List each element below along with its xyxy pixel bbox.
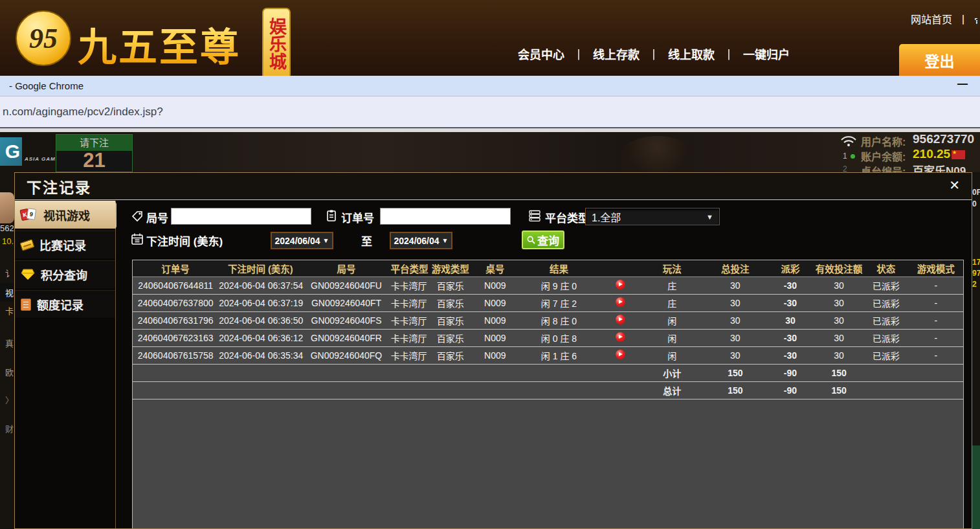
table-no: N009 xyxy=(473,294,517,311)
bet-time-label: 下注时间 (美东) xyxy=(146,232,223,249)
date-to-value: 2024/06/04 xyxy=(394,236,440,246)
sidebar-item-quota-records[interactable]: 额度记录 xyxy=(15,290,115,318)
close-icon[interactable]: ✕ xyxy=(949,177,960,193)
user-info-panel: 1 2 用户名称: 956273770 账户余额: 210.25 ★ 桌台编号:… xyxy=(836,132,980,172)
order-no-label: 订单号 xyxy=(341,209,374,225)
dialog-titlebar: 下注记录 ✕ xyxy=(15,173,972,200)
clipped-text-fragment: 财 xyxy=(0,422,14,434)
bet-record-row: 2406040676231632024-06-04 06:36:12GN0092… xyxy=(133,329,963,346)
nav-one-key-transfer[interactable]: 一键归户 xyxy=(743,45,790,62)
minimize-icon[interactable]: — xyxy=(954,78,971,93)
platform-type-select[interactable]: 1.全部 ▼ xyxy=(585,208,720,225)
col-play-type: 玩法 xyxy=(640,260,704,276)
total-bet: 30 xyxy=(704,329,766,346)
sidebar-item-video-games[interactable]: K 9 视讯游戏 xyxy=(15,201,115,229)
order-no-input[interactable] xyxy=(380,208,511,225)
bet-record-row: 2406040676448112024-06-04 06:37:54GN0092… xyxy=(133,276,963,294)
replay-cell xyxy=(601,346,640,364)
bet-time: 2024-06-04 06:37:54 xyxy=(218,276,302,294)
game-type: 百家乐 xyxy=(428,346,473,364)
status: 已派彩 xyxy=(863,329,909,346)
col-payout: 派彩 xyxy=(766,260,814,276)
search-button[interactable]: 查询 xyxy=(522,231,564,249)
empty-cell xyxy=(601,381,640,399)
play-icon[interactable] xyxy=(616,332,625,342)
round-no-input[interactable] xyxy=(171,208,311,225)
queue-number-2: 2 xyxy=(843,164,847,172)
sidebar-item-label: 视讯游戏 xyxy=(43,207,90,223)
empty-cell xyxy=(390,364,428,381)
valid-bet: 30 xyxy=(815,276,863,294)
result: 闲 9 庄 0 xyxy=(517,276,601,294)
play-icon[interactable] xyxy=(616,297,625,307)
empty-cell xyxy=(473,381,517,399)
order-no: 240604067644811 xyxy=(133,276,218,294)
total-payout: -90 xyxy=(766,381,814,399)
replay-cell xyxy=(601,329,640,346)
site-header: 95 九五至尊 娱乐城 网站首页 丨 官 会员中心 丨 线上存款 丨 线上取款 … xyxy=(0,0,980,76)
play-icon[interactable] xyxy=(616,315,625,324)
total-bet: 30 xyxy=(704,294,766,311)
payout: -30 xyxy=(766,276,814,294)
sidebar-item-match-records[interactable]: 比赛记录 xyxy=(15,231,115,258)
sidebar-item-label: 积分查询 xyxy=(41,266,87,283)
result: 闲 7 庄 2 xyxy=(517,294,601,311)
empty-cell xyxy=(390,381,428,399)
empty-cell xyxy=(909,381,963,399)
game-type: 百家乐 xyxy=(428,311,473,329)
nav-member-center[interactable]: 会员中心 xyxy=(518,45,564,62)
sidebar-item-points-query[interactable]: 积分查询 xyxy=(15,260,115,288)
cards-icon: K 9 xyxy=(21,207,38,223)
round-no: GN009246040FU xyxy=(302,276,390,294)
clipped-text-fragment: 讠 xyxy=(0,267,14,279)
bet-record-row: 2406040676317962024-06-04 06:36:50GN0092… xyxy=(133,311,963,329)
date-from-picker[interactable]: 2024/06/04 ▼ xyxy=(271,232,333,249)
round-no: GN009246040FT xyxy=(302,294,390,311)
records-table: 订单号 下注时间 (美东) 局号 平台类型 游戏类型 桌号 结果 玩法 总投注 … xyxy=(133,260,963,400)
dealer-silhouette xyxy=(621,136,693,172)
total-valid: 150 xyxy=(815,364,863,381)
order-no: 240604067615758 xyxy=(133,346,218,364)
bet-records-dialog: 下注记录 ✕ K 9 视讯游戏 比赛记录 xyxy=(14,172,972,529)
bet-side: 闲 xyxy=(640,311,704,329)
col-order-no: 订单号 xyxy=(133,260,218,276)
status: 已派彩 xyxy=(863,294,909,311)
empty-cell xyxy=(428,364,473,381)
nav-separator: 丨 xyxy=(648,45,660,62)
col-status: 状态 xyxy=(863,260,909,276)
screen: 95 九五至尊 娱乐城 网站首页 丨 官 会员中心 丨 线上存款 丨 线上取款 … xyxy=(0,0,980,529)
total-label: 小计 xyxy=(640,364,704,381)
date-to-picker[interactable]: 2024/06/04 ▼ xyxy=(390,232,452,249)
platform: 卡卡湾厅 xyxy=(390,329,428,346)
grand-total-row: 总计150-90150 xyxy=(133,381,963,399)
nav-online-withdraw[interactable]: 线上取款 xyxy=(668,45,715,62)
col-game-type: 游戏类型 xyxy=(428,260,473,276)
platform: 卡卡湾厅 xyxy=(390,276,428,294)
to-label: 至 xyxy=(361,232,372,249)
chevron-down-icon: ▼ xyxy=(323,237,329,244)
bet-time: 2024-06-04 06:36:50 xyxy=(218,311,302,329)
subtotal-row: 小计150-90150 xyxy=(133,364,963,381)
clipped-text-fragment: 视 xyxy=(0,283,14,302)
order-no: 240604067631796 xyxy=(133,311,218,329)
chevron-down-icon: ▼ xyxy=(706,213,713,221)
bet-side: 闲 xyxy=(640,329,704,346)
home-link[interactable]: 网站首页 xyxy=(911,11,952,27)
game-type: 百家乐 xyxy=(428,294,473,311)
platform-type-label: 平台类型 xyxy=(545,209,589,225)
tag-icon xyxy=(131,210,144,223)
empty-cell xyxy=(133,364,218,381)
bet-countdown: 请下注 21 xyxy=(56,134,133,172)
nav-online-deposit[interactable]: 线上存款 xyxy=(593,45,640,62)
balance-value: 210.25 xyxy=(913,147,950,161)
round-no: GN009246040FR xyxy=(302,329,390,346)
total-bet: 30 xyxy=(704,346,766,364)
valid-bet: 30 xyxy=(815,329,863,346)
game-mode: - xyxy=(909,329,963,346)
site-logo-text: 九五至尊 xyxy=(78,16,241,72)
play-icon[interactable] xyxy=(616,280,625,289)
play-icon[interactable] xyxy=(616,350,625,359)
col-replay xyxy=(601,260,640,276)
empty-cell xyxy=(473,364,517,381)
logout-button[interactable]: 登出 xyxy=(899,44,980,76)
